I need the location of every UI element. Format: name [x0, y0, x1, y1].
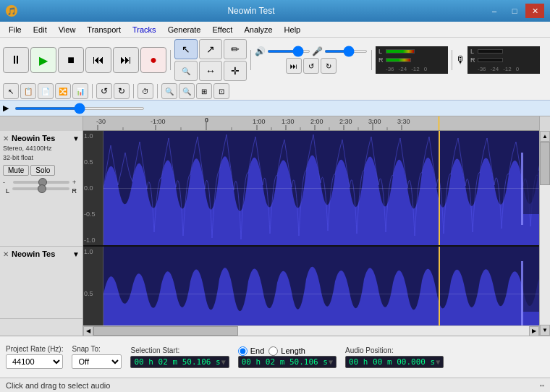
tb-btn-1[interactable]: ↖ — [3, 83, 19, 99]
track1-close-button[interactable]: ✕ — [3, 135, 9, 142]
record-button[interactable]: ● — [140, 47, 166, 73]
svg-text:1:00: 1:00 — [253, 118, 266, 125]
zoom-fit-btn[interactable]: ⊞ — [196, 83, 212, 99]
length-radio-label[interactable]: Length — [268, 346, 305, 356]
close-button[interactable]: ✕ — [525, 4, 544, 18]
recording-volume-slider[interactable] — [324, 50, 368, 53]
zoom-sel-btn[interactable]: ⊡ — [213, 83, 229, 99]
secondary-toolbar: ↖ 📋 📄 🔀 📊 ↺ ↻ ⏱ 🔍 🔍 ⊞ ⊡ — [0, 82, 550, 100]
select-tool[interactable]: ↖ — [174, 39, 198, 59]
vu2-scale-12: -12 — [503, 66, 512, 72]
sel-start-dropdown[interactable]: ▼ — [221, 358, 226, 366]
amp-1-half: 0.5 — [84, 158, 102, 166]
track2-dropdown-button[interactable]: ▼ — [72, 250, 80, 258]
tb-btn-5[interactable]: 📊 — [72, 83, 88, 99]
svg-text:2:00: 2:00 — [310, 118, 323, 125]
menu-analyze[interactable]: Analyze — [238, 24, 278, 35]
minimize-button[interactable]: – — [485, 4, 504, 18]
forward-button[interactable]: ⏭ — [113, 47, 139, 73]
rewind-button[interactable]: ⏮ — [85, 47, 111, 73]
menu-effect[interactable]: Effect — [207, 24, 239, 35]
end-dropdown[interactable]: ▼ — [329, 358, 333, 366]
tracks-content: 1.0 0.5 0.0 -0.5 -1.0 — [83, 131, 539, 336]
end-value-display[interactable]: 00 h 02 m 50.106 s ▼ — [238, 356, 337, 368]
envelope-tool[interactable]: ↗ — [199, 39, 222, 59]
hscroll-thumb[interactable] — [93, 326, 238, 336]
length-radio-button[interactable] — [268, 346, 278, 356]
playback-extra1[interactable]: ⏭ — [286, 58, 302, 74]
menu-view[interactable]: View — [53, 24, 82, 35]
draw-tool[interactable]: ✏ — [224, 39, 247, 59]
playback-speed-slider[interactable] — [14, 107, 145, 110]
svg-text:3:00: 3:00 — [368, 118, 381, 125]
hscroll-left-button[interactable]: ◀ — [83, 326, 93, 336]
zoom-in-btn[interactable]: 🔍 — [161, 83, 177, 99]
undo-button[interactable]: ↺ — [96, 83, 112, 99]
mic-icon2: 🎙 — [456, 54, 466, 66]
track2-name: Neowin Tes — [12, 250, 69, 258]
vu-right-label: R — [378, 56, 384, 64]
sep2 — [250, 50, 251, 70]
track1-pan-thumb[interactable] — [38, 184, 46, 193]
track2-waveform[interactable]: 1.0 0.5 0.0 — [83, 247, 539, 325]
track1-gain-slider[interactable] — [13, 181, 69, 184]
hscroll-track[interactable] — [93, 326, 529, 336]
redo-button[interactable]: ↻ — [114, 83, 130, 99]
end-length-radio-group: End Length — [238, 346, 337, 356]
loop-button[interactable]: ⏱ — [138, 83, 153, 99]
track1-samplerate: Stereo, 44100Hz — [3, 144, 80, 153]
end-radio-button[interactable] — [238, 346, 248, 356]
hscroll-right-button[interactable]: ▶ — [529, 326, 539, 336]
tb-btn-4[interactable]: 🔀 — [55, 83, 71, 99]
ruler-canvas-area: -30 -1:00 0 1:00 1:30 2:00 2:30 — [83, 116, 539, 131]
snap-to-select[interactable]: Off Nearest — [72, 354, 122, 369]
vscroll-up-button[interactable]: ▲ — [540, 131, 550, 142]
selection-start-label: Selection Start: — [130, 346, 229, 354]
audio-pos-dropdown[interactable]: ▼ — [436, 358, 440, 366]
zoom-in-tool[interactable]: 🔍 — [174, 61, 198, 81]
svg-text:1:30: 1:30 — [282, 118, 295, 125]
track1-gain-plus: + — [72, 179, 80, 186]
end-radio-label[interactable]: End — [238, 346, 265, 356]
svg-text:0: 0 — [205, 116, 208, 124]
play-button[interactable]: ▶ — [30, 47, 56, 73]
maximize-button[interactable]: □ — [505, 4, 524, 18]
menu-file[interactable]: File — [3, 24, 28, 35]
stop-button[interactable]: ■ — [58, 47, 84, 73]
track1-info: ✕ Neowin Tes ▼ Stereo, 44100Hz 32-bit fl… — [0, 131, 82, 247]
zoom-out-btn[interactable]: 🔍 — [179, 83, 195, 99]
audio-position-label: Audio Position: — [345, 346, 444, 354]
track1-dropdown-button[interactable]: ▼ — [72, 135, 80, 142]
track1-waveform[interactable]: 1.0 0.5 0.0 -0.5 -1.0 — [83, 131, 539, 247]
vscroll-track[interactable] — [540, 142, 550, 325]
amp-1-top: 1.0 — [84, 132, 102, 140]
track1-solo-button[interactable]: Solo — [30, 165, 55, 176]
vscroll-down-button[interactable]: ▼ — [540, 325, 550, 336]
vscroll-thumb[interactable] — [540, 142, 550, 185]
ruler-row: -30 -1:00 0 1:00 1:30 2:00 2:30 — [0, 116, 550, 131]
menu-edit[interactable]: Edit — [28, 24, 53, 35]
timeshift-tool[interactable]: ✛ — [224, 61, 247, 81]
track1-pan-slider[interactable] — [12, 187, 69, 190]
multi-tool[interactable]: ↔ — [199, 61, 222, 81]
sep1 — [170, 50, 171, 70]
menu-help[interactable]: Help — [279, 24, 307, 35]
menu-generate[interactable]: Generate — [162, 24, 207, 35]
track1-mute-button[interactable]: Mute — [3, 165, 29, 176]
audio-position-display[interactable]: 00 h 00 m 00.000 s ▼ — [345, 356, 444, 368]
tb-btn-3[interactable]: 📄 — [38, 83, 54, 99]
selection-start-display[interactable]: 00 h 02 m 50.106 s ▼ — [130, 356, 229, 368]
menu-transport[interactable]: Transport — [81, 24, 127, 35]
ruler-svg: -30 -1:00 0 1:00 1:30 2:00 2:30 — [83, 116, 539, 131]
selection-start-group: Selection Start: 00 h 02 m 50.106 s ▼ — [130, 346, 229, 368]
project-rate-select[interactable]: 44100 48000 22050 — [6, 354, 63, 369]
playback-volume-slider[interactable] — [267, 50, 310, 53]
playback-extra3[interactable]: ↻ — [321, 58, 337, 74]
audio-position-value: 00 h 00 m 00.000 s — [349, 357, 435, 367]
track2-close-button[interactable]: ✕ — [3, 250, 9, 258]
menu-tracks[interactable]: Tracks — [127, 24, 162, 35]
playback-extra2[interactable]: ↺ — [303, 58, 319, 74]
tb-btn-2[interactable]: 📋 — [20, 83, 36, 99]
pause-button[interactable]: ⏸ — [3, 47, 29, 73]
track1-bitdepth: 32-bit float — [3, 153, 80, 163]
